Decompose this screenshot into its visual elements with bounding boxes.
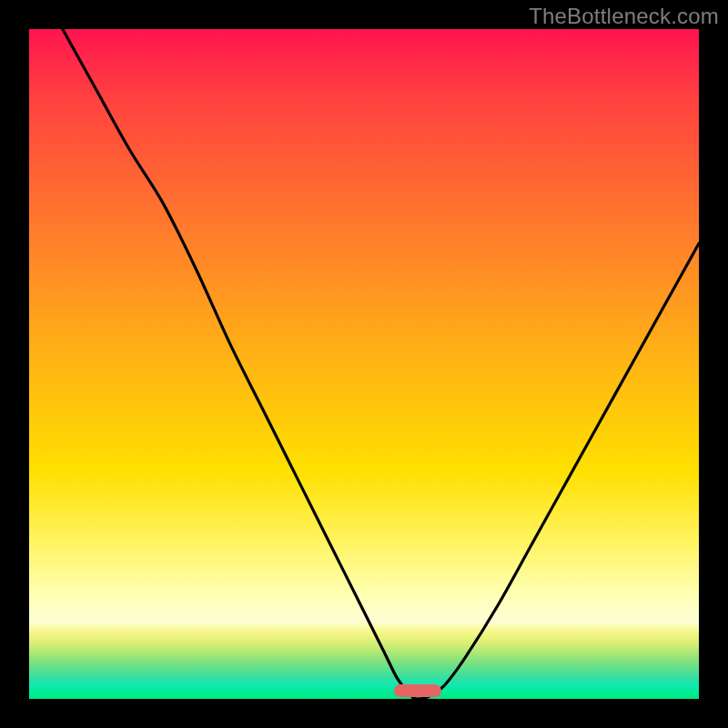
plot-area [29, 29, 699, 699]
chart-frame: TheBottleneck.com [0, 0, 728, 728]
curve-path [63, 29, 699, 699]
optimal-marker [394, 684, 441, 697]
watermark-text: TheBottleneck.com [529, 4, 719, 29]
bottleneck-curve [29, 29, 699, 699]
